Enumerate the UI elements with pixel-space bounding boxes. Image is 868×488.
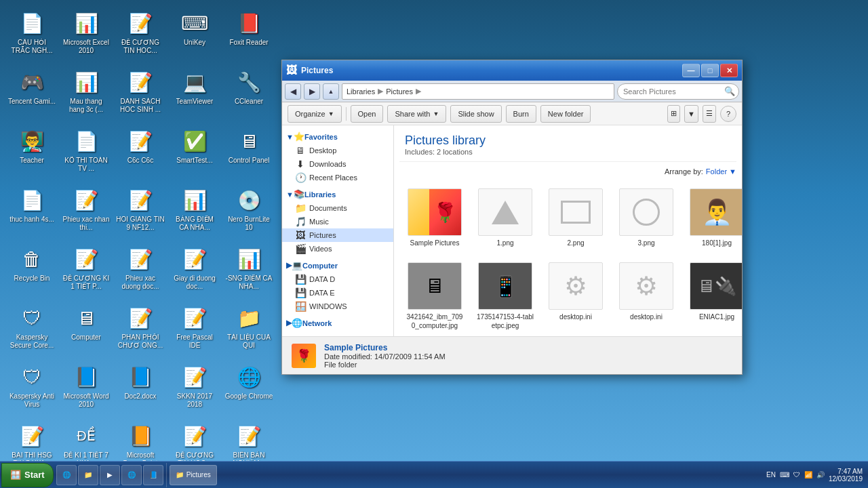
desktop-icon-sngdiem[interactable]: 📊 -SNG ĐIỂM CA NHA... xyxy=(222,241,275,299)
desktop-icon-recycle[interactable]: 🗑 Recycle Bin xyxy=(5,241,58,299)
forward-button[interactable]: ▶ xyxy=(304,83,320,100)
taskbar-items: 📁 Pictures xyxy=(167,462,761,488)
details-pane-button[interactable]: ☰ xyxy=(703,105,716,123)
view-icons-button[interactable]: ⊞ xyxy=(667,105,680,123)
desktop-icon-phanphoi[interactable]: 📝 PHAN PHỐI CHƯƠ ONG... xyxy=(114,300,167,358)
desktop-icon-mauthang[interactable]: 📊 Mau thang hang 3c (... xyxy=(60,64,113,122)
sidebar-item-windows[interactable]: 🪟 WINDOWS xyxy=(282,300,393,313)
desktop-icon-excel[interactable]: 📊 Microsoft Excel 2010 xyxy=(60,5,113,63)
file-item-180jpg[interactable]: 👨‍💼 180[1].jpg xyxy=(684,184,742,252)
desktop-icon-teamviewer[interactable]: 💻 TeamViewer xyxy=(168,64,221,122)
taskbar-ie-icon[interactable]: 🌐 xyxy=(56,465,77,485)
organize-button[interactable]: Organize ▼ xyxy=(288,105,342,123)
tray-volume-icon[interactable]: 🔊 xyxy=(816,471,825,479)
minimize-button[interactable]: — xyxy=(682,64,700,77)
desktop-icon-decuong[interactable]: 📝 ĐỀ CƯƠNG TIN HOC... xyxy=(114,5,167,63)
desktop-icon-cau-hoi[interactable]: 📄 CÂU HỎI TRẮC NGH... xyxy=(5,5,58,63)
desktop-icon-tailieu[interactable]: 📁 TÀI LIỆU CUA QUI xyxy=(222,300,275,358)
desktop-icon-kothi[interactable]: 📄 KÕ THI TOÁN TV ... xyxy=(60,123,113,181)
window-titlebar[interactable]: 🖼 Pictures — □ ✕ xyxy=(282,60,742,81)
file-item-ibm[interactable]: 🖥 3421642_ibm_7090_computer.jpg xyxy=(402,258,467,335)
desktop-icon-control[interactable]: 🖥 Control Panel xyxy=(222,123,275,181)
sidebar-item-downloads[interactable]: ⬇ Downloads xyxy=(282,157,393,171)
desktop-icon-phieuxac2[interactable]: 📝 Phieu xac duong doc... xyxy=(114,241,167,299)
libraries-header[interactable]: ▼ 📚 Libraries xyxy=(282,187,393,201)
desktop-icon-giaydI[interactable]: 📝 Giay di duong doc... xyxy=(168,241,221,299)
desktop-icon-ccleaner[interactable]: 🔧 CCleaner xyxy=(222,64,275,122)
toolbar-separator-1 xyxy=(346,107,347,121)
start-button[interactable]: 🪟 Start xyxy=(1,463,54,487)
taskbar-explorer-icon[interactable]: 📁 xyxy=(78,465,98,485)
search-button[interactable]: 🔍 xyxy=(723,85,736,98)
desktop-icon-hoigiang[interactable]: 📝 HOI GIANG TIN 9 NF12... xyxy=(114,182,167,240)
close-button[interactable]: ✕ xyxy=(720,64,738,77)
desktop-icon-decuongki1[interactable]: 📝 ĐỀ CƯƠNG KI 1 TIẾT P... xyxy=(60,241,113,299)
libraries-section: ▼ 📚 Libraries 📁 Documents 🎵 Music 🖼 xyxy=(282,187,393,256)
tray-language[interactable]: EN xyxy=(766,471,776,479)
burn-button[interactable]: Burn xyxy=(506,105,536,123)
share-with-button[interactable]: Share with ▼ xyxy=(387,105,446,123)
desktop-icon-smarttest[interactable]: ✅ SmartTest... xyxy=(168,123,221,181)
desktop-icon-c6c6c[interactable]: 📝 C6c C6c xyxy=(114,123,167,181)
sidebar-item-desktop[interactable]: 🖥 Desktop xyxy=(282,144,393,157)
maximize-button[interactable]: □ xyxy=(701,64,719,77)
help-button[interactable]: ? xyxy=(720,106,736,122)
sidebar-item-datae[interactable]: 💾 DATA E xyxy=(282,286,393,300)
desktop-icon-chrome[interactable]: 🌐 Google Chrome xyxy=(222,359,275,417)
desktop-icon-danhsach[interactable]: 📝 DANH SÁCH HOC SINH ... xyxy=(114,64,167,122)
sidebar-item-datad[interactable]: 💾 DATA D xyxy=(282,272,393,286)
taskbar-media-icon[interactable]: ▶ xyxy=(100,465,120,485)
file-item-1png[interactable]: 1.png xyxy=(473,184,538,252)
file-item-eniac[interactable]: 🖥🔌 ENIAC1.jpg xyxy=(684,258,742,335)
favorites-star-icon: ⭐ xyxy=(294,131,304,142)
desktop-icon-teacher[interactable]: 👨‍🏫 Teacher xyxy=(5,123,58,181)
tray-clock[interactable]: 7:47 AM 12/03/2019 xyxy=(829,468,863,483)
view-dropdown-button[interactable]: ▼ xyxy=(684,105,698,123)
navigation-bar: ◀ ▶ ▲ Libraries ▶ Pictures ▶ 🔍 xyxy=(282,81,742,102)
tray-shield-icon: 🛡 xyxy=(793,471,800,479)
computer-header[interactable]: ▶ 💻 Computer xyxy=(282,258,393,272)
sidebar-item-documents[interactable]: 📁 Documents xyxy=(282,201,393,215)
datae-icon: 💾 xyxy=(294,287,307,298)
favorites-header[interactable]: ▼ ⭐ Favorites xyxy=(282,129,393,144)
desktop-icon-unikey[interactable]: ⌨ UniKey xyxy=(168,5,221,63)
sidebar-item-recent[interactable]: 🕐 Recent Places xyxy=(282,171,393,184)
window-title: Pictures xyxy=(301,66,682,75)
new-folder-button[interactable]: New folder xyxy=(540,105,591,123)
open-button[interactable]: Open xyxy=(351,105,384,123)
sidebar-item-music[interactable]: 🎵 Music xyxy=(282,215,393,228)
desktop-icon-foxit[interactable]: 📕 Foxit Reader xyxy=(222,5,275,63)
file-item-tablet[interactable]: 📱 1735147153-4-tabletpc.jpeg xyxy=(473,258,538,335)
desktop-icon-kaspersky[interactable]: 🛡 Kaspersky Secure Core... xyxy=(5,300,58,358)
network-header[interactable]: ▶ 🌐 Network xyxy=(282,316,393,330)
back-button[interactable]: ◀ xyxy=(285,83,301,100)
desktop-icon-freepascal[interactable]: 📝 Free Pascal IDE xyxy=(168,300,221,358)
taskbar-chrome-taskbar-icon[interactable]: 🌐 xyxy=(121,465,142,485)
desktop-icon-nero[interactable]: 💿 Nero BurnLite 10 xyxy=(222,182,275,240)
desktop-icon-tencent[interactable]: 🎮 Tencent Gami... xyxy=(5,64,58,122)
file-item-desktop-ini-2[interactable]: ⚙ desktop.ini xyxy=(614,258,679,335)
desktop-icon-thuhanh[interactable]: 📄 thuc hanh 4s... xyxy=(5,182,58,240)
arrange-value[interactable]: Folder ▼ xyxy=(706,167,736,176)
desktop-icon-skkn[interactable]: 📝 SKKN 2017 2018 xyxy=(168,359,221,417)
sidebar-item-videos[interactable]: 🎬 Videos xyxy=(282,242,393,256)
taskbar-item-pictures[interactable]: 📁 Pictures xyxy=(170,465,217,485)
taskbar-word-icon[interactable]: 📘 xyxy=(143,465,163,485)
search-input[interactable] xyxy=(617,83,739,100)
desktop-icon-bangdiem[interactable]: 📊 BẢNG ĐIỂM CA NHA... xyxy=(168,182,221,240)
desktop-icon-computer-icon[interactable]: 🖥 Computer xyxy=(60,300,113,358)
desktop-icon-kaspersky2[interactable]: 🛡 Kaspersky Anti Virus xyxy=(5,359,58,417)
file-item-2png[interactable]: 2.png xyxy=(543,184,608,252)
file-item-sample-pictures[interactable]: 🌹 Sample Pictures xyxy=(402,184,467,252)
desktop-icon-phieuxac[interactable]: 📝 Phieu xac nhan thi... xyxy=(60,182,113,240)
sidebar-item-pictures[interactable]: 🖼 Pictures xyxy=(282,228,393,242)
desktop-icon-msword[interactable]: 📘 Microsoft Word 2010 xyxy=(60,359,113,417)
up-button[interactable]: ▲ xyxy=(323,83,339,100)
desktop-icon-doc2[interactable]: 📘 Doc2.docx xyxy=(114,359,167,417)
file-item-3png[interactable]: 3.png xyxy=(614,184,679,252)
address-bar[interactable]: Libraries ▶ Pictures ▶ xyxy=(342,83,614,100)
file-item-desktop-ini-1[interactable]: ⚙ desktop.ini xyxy=(543,258,608,335)
status-item-type: File folder xyxy=(324,361,446,369)
slideshow-button[interactable]: Slide show xyxy=(450,105,501,123)
taskbar-item-icon: 📁 xyxy=(176,471,184,479)
